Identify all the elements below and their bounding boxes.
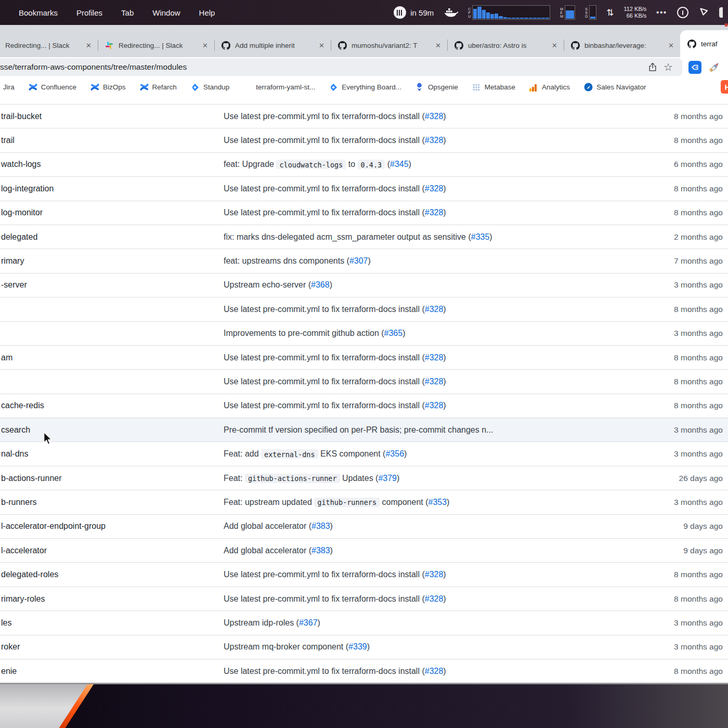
folder-name[interactable]: les bbox=[0, 618, 224, 628]
commit-message[interactable]: Use latest pre-commit.yml to fix terrafo… bbox=[224, 353, 627, 362]
folder-name[interactable]: trail bbox=[0, 136, 224, 145]
table-row[interactable]: trail-bucketUse latest pre-commit.yml to… bbox=[0, 105, 728, 128]
bookmark-jira[interactable]: Jira bbox=[3, 83, 15, 91]
tab-close-icon[interactable]: ✕ bbox=[551, 42, 558, 49]
commit-age[interactable]: 8 months ago bbox=[627, 184, 728, 193]
folder-name[interactable]: log-monitor bbox=[0, 208, 224, 217]
table-row[interactable]: rimaryfeat: upstreams dns components (#3… bbox=[0, 249, 728, 273]
table-row[interactable]: trailUse latest pre-commit.yml to fix te… bbox=[0, 97, 728, 105]
table-row[interactable]: Improvements to pre-commit github action… bbox=[0, 322, 728, 346]
commit-message[interactable]: Upstream mq-broker component (#339) bbox=[224, 642, 627, 652]
commit-message[interactable]: Pre-commit tf version specified on per-P… bbox=[224, 425, 627, 435]
commit-age[interactable]: 6 months ago bbox=[627, 160, 728, 169]
bookmark-analytics[interactable]: Analytics bbox=[529, 83, 570, 92]
table-row[interactable]: amUse latest pre-commit.yml to fix terra… bbox=[0, 346, 728, 370]
hubspot-bookmark-icon[interactable]: H bbox=[721, 80, 728, 94]
commit-age[interactable]: 8 months ago bbox=[627, 136, 728, 145]
commit-message[interactable]: Use latest pre-commit.yml to fix terrafo… bbox=[224, 594, 627, 604]
commit-age[interactable]: 3 months ago bbox=[627, 280, 728, 290]
commit-message[interactable]: Upstream idp-roles (#367) bbox=[224, 618, 627, 628]
commit-age[interactable]: 3 months ago bbox=[627, 329, 728, 338]
commit-age[interactable]: 2 months ago bbox=[627, 232, 728, 242]
pr-link[interactable]: #353 bbox=[428, 498, 447, 506]
commit-age[interactable]: 8 months ago bbox=[627, 97, 728, 97]
pr-link[interactable]: #383 bbox=[311, 546, 330, 555]
folder-name[interactable]: rimary-roles bbox=[0, 594, 224, 604]
commit-message[interactable]: Feat: upstream updated github-runners co… bbox=[224, 498, 627, 507]
timer-status[interactable]: in 59m bbox=[394, 6, 434, 19]
pr-link[interactable]: #345 bbox=[390, 160, 409, 168]
commit-age[interactable]: 9 days ago bbox=[627, 522, 728, 531]
folder-name[interactable]: rimary bbox=[0, 256, 224, 266]
pr-link[interactable]: #383 bbox=[311, 522, 330, 530]
bookmark-everything-board[interactable]: Everything Board... bbox=[329, 83, 401, 92]
pr-link[interactable]: #379 bbox=[378, 474, 397, 483]
table-row[interactable]: csearchPre-commit tf version specified o… bbox=[0, 418, 728, 442]
pr-link[interactable]: #328 bbox=[425, 136, 444, 145]
menu-item-window[interactable]: Window bbox=[152, 8, 180, 17]
commit-age[interactable]: 8 months ago bbox=[627, 377, 728, 386]
folder-name[interactable]: trail bbox=[0, 97, 224, 97]
commit-age[interactable]: 3 months ago bbox=[627, 449, 728, 459]
pointer-app-icon[interactable] bbox=[698, 6, 709, 19]
folder-name[interactable]: -server bbox=[0, 280, 224, 290]
folder-name[interactable]: trail-bucket bbox=[0, 112, 224, 121]
table-row[interactable]: -serverUpstream echo-server (#368)3 mont… bbox=[0, 274, 728, 297]
table-row[interactable]: Use latest pre-commit.yml to fix terrafo… bbox=[0, 297, 728, 321]
table-row[interactable]: delegatedfix: marks dns-delegated acm_ss… bbox=[0, 225, 728, 249]
commit-message[interactable]: Upstream echo-server (#368) bbox=[224, 280, 627, 290]
rocket-extension-icon[interactable] bbox=[708, 61, 721, 74]
commit-message[interactable]: Use latest pre-commit.yml to fix terrafo… bbox=[224, 136, 627, 145]
bookmark-refarch[interactable]: Refarch bbox=[140, 83, 177, 92]
browser-tab[interactable]: mumoshu/variant2: T✕ bbox=[331, 33, 447, 57]
address-bar[interactable]: sse/terraform-aws-components/tree/master… bbox=[0, 58, 682, 76]
commit-message[interactable]: Use latest pre-commit.yml to fix terrafo… bbox=[224, 305, 627, 314]
folder-name[interactable]: delegated-roles bbox=[0, 570, 224, 579]
browser-tab[interactable]: Add multiple inherit✕ bbox=[214, 33, 331, 57]
menu-item-profiles[interactable]: Profiles bbox=[76, 8, 102, 17]
pr-link[interactable]: #365 bbox=[384, 329, 403, 337]
folder-name[interactable]: b-runners bbox=[0, 498, 224, 507]
browser-tab[interactable]: uber/astro: Astro is✕ bbox=[447, 33, 564, 57]
folder-name[interactable]: l-accelerator-endpoint-group bbox=[0, 522, 224, 531]
browser-tab[interactable]: binbashar/leverage:✕ bbox=[564, 33, 680, 57]
folder-name[interactable]: am bbox=[0, 353, 224, 362]
pr-link[interactable]: #367 bbox=[299, 618, 318, 627]
table-row[interactable]: rimary-rolesUse latest pre-commit.yml to… bbox=[0, 587, 728, 611]
table-row[interactable]: watch-logsfeat: Upgrade cloudwatch-logs … bbox=[0, 153, 728, 177]
folder-name[interactable]: nal-dns bbox=[0, 449, 224, 459]
pr-link[interactable]: #356 bbox=[385, 449, 404, 458]
pr-link[interactable]: #328 bbox=[425, 305, 444, 314]
commit-age[interactable]: 3 months ago bbox=[627, 618, 728, 628]
bookmark-standup[interactable]: Standup bbox=[191, 83, 229, 92]
commit-message[interactable]: Use latest pre-commit.yml to fix terrafo… bbox=[224, 112, 627, 121]
pr-link[interactable]: #328 bbox=[425, 377, 444, 386]
browser-tab[interactable]: Redirecting... | Slack✕ bbox=[98, 33, 214, 57]
commit-message[interactable]: feat: upstreams dns components (#307) bbox=[224, 256, 627, 266]
commit-age[interactable]: 9 days ago bbox=[627, 546, 728, 555]
table-row[interactable]: log-monitorUse latest pre-commit.yml to … bbox=[0, 201, 728, 225]
folder-name[interactable]: watch-logs bbox=[0, 160, 224, 169]
folder-name[interactable]: roker bbox=[0, 642, 224, 652]
menu-item-bookmarks[interactable]: Bookmarks bbox=[19, 8, 58, 17]
ssd-meter[interactable]: S S D bbox=[585, 5, 596, 20]
bookmark-metabase[interactable]: Metabase bbox=[472, 83, 515, 92]
commit-age[interactable]: 8 months ago bbox=[627, 667, 728, 676]
pr-link[interactable]: #328 bbox=[425, 570, 444, 579]
pr-link[interactable]: #339 bbox=[348, 642, 367, 651]
commit-age[interactable]: 8 months ago bbox=[627, 570, 728, 579]
bookmark-terraform-yaml-st[interactable]: terraform-yaml-st... bbox=[243, 83, 315, 92]
folder-name[interactable]: cache-redis bbox=[0, 401, 224, 410]
docker-icon[interactable] bbox=[444, 7, 458, 18]
pr-link[interactable]: #328 bbox=[425, 594, 444, 603]
pr-link[interactable]: #335 bbox=[471, 232, 490, 241]
commit-message[interactable]: Feat: github-actions-runner Updates (#37… bbox=[224, 474, 627, 483]
tab-close-icon[interactable]: ✕ bbox=[667, 42, 675, 49]
url-text[interactable]: sse/terraform-aws-components/tree/master… bbox=[0, 62, 645, 72]
bookmark-bizops[interactable]: BizOps bbox=[90, 83, 126, 92]
pr-link[interactable]: #328 bbox=[425, 184, 444, 193]
pr-link[interactable]: #368 bbox=[311, 280, 330, 289]
pr-link[interactable]: #328 bbox=[425, 112, 444, 121]
tab-close-icon[interactable]: ✕ bbox=[318, 42, 326, 49]
table-row[interactable]: enieUse latest pre-commit.yml to fix ter… bbox=[0, 659, 728, 683]
